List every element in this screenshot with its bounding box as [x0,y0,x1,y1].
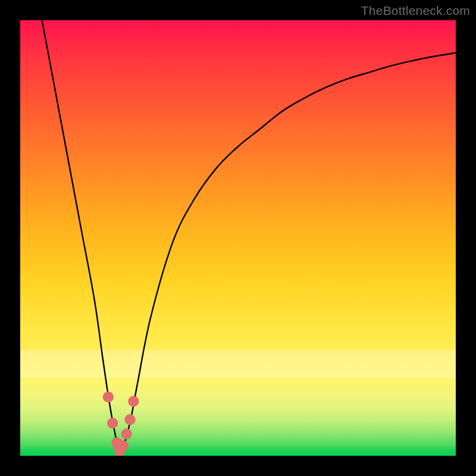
marker-dot [118,440,129,451]
chart-frame: TheBottleneck.com [0,0,476,476]
plot-area [20,20,456,456]
marker-dot [107,418,118,428]
marker-dot [128,396,139,406]
optimal-range-markers [103,392,139,456]
curve-layer [20,20,456,456]
marker-dot [121,428,131,439]
watermark-text: TheBottleneck.com [361,4,470,18]
bottleneck-curve [42,20,456,452]
marker-dot [103,392,114,402]
marker-dot [124,414,135,425]
